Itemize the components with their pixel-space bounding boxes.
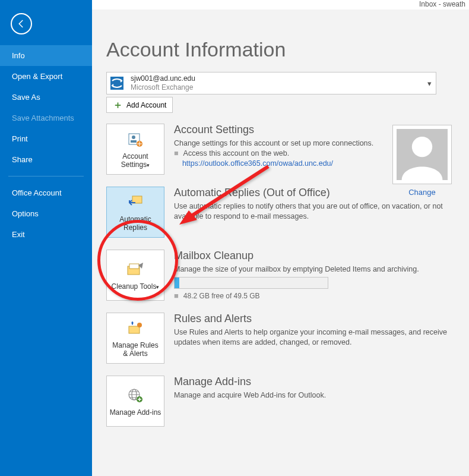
tile-label: Manage Add-ins <box>110 408 161 417</box>
section-title: Manage Add-ins <box>174 376 452 388</box>
add-account-button[interactable]: ＋ Add Account <box>106 97 173 113</box>
account-text: sjw001@ad.unc.edu Microsoft Exchange <box>127 72 423 94</box>
svg-rect-8 <box>129 264 139 269</box>
change-photo-link[interactable]: Change <box>408 188 436 197</box>
profile-box: Change <box>389 125 455 197</box>
sidebar-item-save-attachments: Save Attachments <box>0 108 92 128</box>
tile-rules-alerts[interactable]: Manage Rules & Alerts <box>106 313 164 364</box>
section-desc: Use automatic replies to notify others t… <box>174 201 452 222</box>
sidebar-item-exit[interactable]: Exit <box>0 224 92 245</box>
tile-label: Manage Rules & Alerts <box>109 341 161 358</box>
section-rules-alerts: Manage Rules & Alerts Rules and Alerts U… <box>106 313 452 364</box>
section-mailbox-cleanup: Cleanup Tools▾ Mailbox Cleanup Manage th… <box>106 250 452 301</box>
sidebar-item-open-export[interactable]: Open & Export <box>0 66 92 87</box>
owa-link[interactable]: https://outlook.office365.com/owa/ad.unc… <box>182 159 333 168</box>
tile-addins[interactable]: Manage Add-ins <box>106 376 164 427</box>
svg-rect-4 <box>131 140 137 143</box>
tile-label: Cleanup Tools <box>112 282 157 291</box>
plus-icon: ＋ <box>113 100 123 110</box>
svg-point-10 <box>137 323 142 327</box>
account-dropdown-caret[interactable]: ▾ <box>423 72 436 94</box>
storage-bar <box>174 277 328 289</box>
section-title: Rules and Alerts <box>174 313 452 325</box>
add-account-label: Add Account <box>126 101 166 109</box>
tile-automatic-replies[interactable]: Automatic Replies <box>106 187 164 238</box>
account-email: sjw001@ad.unc.edu <box>131 74 423 83</box>
sidebar-item-share[interactable]: Share <box>0 149 92 170</box>
cleanup-icon <box>126 260 144 280</box>
automatic-replies-icon <box>127 193 144 213</box>
content-area: Account Information sjw001@ad.unc.edu Mi… <box>92 10 469 476</box>
sidebar-item-save-as[interactable]: Save As <box>0 87 92 108</box>
svg-rect-9 <box>129 326 140 333</box>
sidebar-item-print[interactable]: Print <box>0 128 92 149</box>
section-desc: Manage and acquire Web Add-ins for Outlo… <box>174 390 452 401</box>
section-desc: Manage the size of your mailbox by empty… <box>174 264 452 275</box>
tile-cleanup-tools[interactable]: Cleanup Tools▾ <box>106 250 164 301</box>
page-title: Account Information <box>106 38 452 61</box>
exchange-icon <box>107 72 127 94</box>
tile-label: Account Settings <box>121 152 148 169</box>
section-title: Mailbox Cleanup <box>174 250 452 262</box>
svg-point-3 <box>132 135 135 139</box>
account-settings-icon <box>127 130 144 150</box>
avatar <box>392 125 452 184</box>
sidebar: Info Open & Export Save As Save Attachme… <box>0 0 92 476</box>
rules-icon <box>126 319 144 339</box>
sidebar-separator <box>8 176 84 176</box>
section-desc: Use Rules and Alerts to help organize yo… <box>174 327 452 348</box>
sidebar-item-options[interactable]: Options <box>0 203 92 224</box>
account-selector[interactable]: sjw001@ad.unc.edu Microsoft Exchange ▾ <box>106 72 436 94</box>
sidebar-item-info[interactable]: Info <box>0 45 92 66</box>
addins-icon <box>126 386 144 406</box>
storage-text: 48.2 GB free of 49.5 GB <box>183 292 260 300</box>
sidebar-item-office-account[interactable]: Office Account <box>0 182 92 203</box>
section-addins: Manage Add-ins Manage Add-ins Manage and… <box>106 376 452 427</box>
tile-account-settings[interactable]: Account Settings▾ <box>106 124 164 175</box>
back-button[interactable] <box>11 13 32 34</box>
account-kind: Microsoft Exchange <box>131 83 423 92</box>
svg-point-1 <box>412 137 432 157</box>
tile-label: Automatic Replies <box>109 215 161 232</box>
